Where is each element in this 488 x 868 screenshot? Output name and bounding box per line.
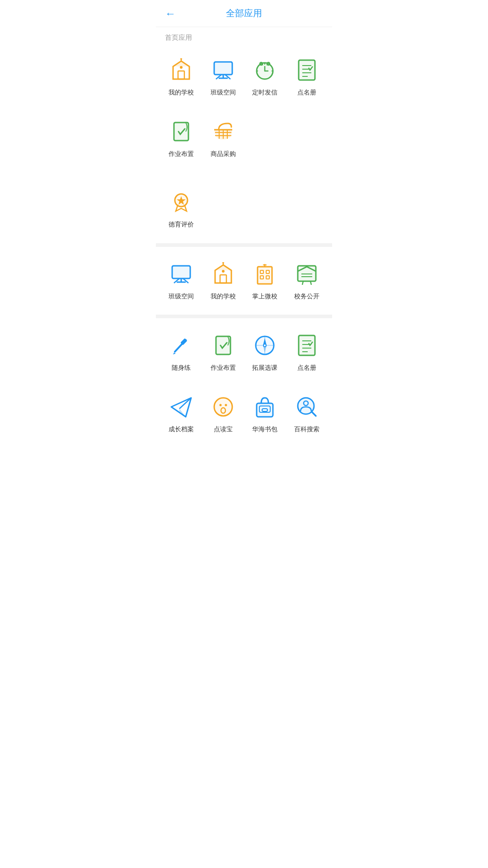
divider2 <box>156 315 332 318</box>
section1-label: 首页应用 <box>156 27 332 46</box>
header: ← 全部应用 <box>156 0 332 27</box>
app-homework-label: 作业布置 <box>169 150 194 158</box>
page-title: 全部应用 <box>226 7 262 19</box>
app-shop[interactable]: 商品采购 <box>202 112 244 161</box>
app-shop-label: 商品采购 <box>211 150 236 158</box>
app-encyclopedia-label: 百科搜索 <box>294 425 319 433</box>
app-school-affairs[interactable]: 校务公开 <box>286 254 328 304</box>
roll-call2-icon <box>293 332 320 359</box>
app-school-label: 我的学校 <box>169 88 194 96</box>
encyclopedia-icon <box>293 393 320 420</box>
app-encyclopedia[interactable]: 百科搜索 <box>286 387 328 437</box>
app-micro-school[interactable]: 掌上微校 <box>244 254 286 304</box>
moral-icon <box>168 189 195 216</box>
app-bookbag[interactable]: 华海书包 <box>244 387 286 437</box>
app-timed-send[interactable]: 定时发信 <box>244 50 286 100</box>
svg-rect-23 <box>299 60 315 80</box>
section2-grid: 德育评价 <box>156 178 332 239</box>
app-school2-label: 我的学校 <box>211 292 236 300</box>
app-moral-label: 德育评价 <box>169 220 194 228</box>
app-class-space-label: 班级空间 <box>211 88 236 96</box>
app-growth[interactable]: 成长档案 <box>160 387 202 437</box>
svg-rect-67 <box>216 336 230 354</box>
class-space2-icon <box>168 260 195 288</box>
section4-row1: 随身练 作业布置 <box>156 318 332 382</box>
svg-marker-46 <box>215 265 231 270</box>
svg-rect-29 <box>174 123 188 141</box>
timed-send-icon <box>251 57 278 84</box>
reader-icon <box>210 393 237 420</box>
svg-point-48 <box>222 270 225 273</box>
svg-line-93 <box>312 412 316 416</box>
svg-point-72 <box>263 344 266 347</box>
svg-point-85 <box>225 404 227 406</box>
section1-row2: 作业布置 商品采购 <box>156 107 332 169</box>
app-reader[interactable]: 点读宝 <box>202 387 244 437</box>
app-micro-school-label: 掌上微校 <box>252 292 277 300</box>
homework2-icon <box>210 332 237 359</box>
svg-rect-51 <box>258 267 272 284</box>
app-timed-send-label: 定时发信 <box>252 88 277 96</box>
svg-point-49 <box>222 262 224 264</box>
bookbag-icon <box>251 393 278 420</box>
app-practice[interactable]: 随身练 <box>160 326 202 375</box>
svg-line-18 <box>267 64 267 65</box>
micro-school-icon <box>251 260 278 288</box>
svg-point-84 <box>219 404 221 406</box>
svg-rect-6 <box>214 62 232 75</box>
practice-icon <box>168 332 195 359</box>
growth-icon <box>168 393 195 420</box>
app-school-affairs-label: 校务公开 <box>294 292 319 300</box>
app-roll-call2-label: 点名册 <box>297 363 316 372</box>
school2-icon <box>210 260 237 288</box>
app-class-space2[interactable]: 班级空间 <box>160 254 202 304</box>
section1-row1: 我的学校 班级空间 <box>156 46 332 107</box>
app-school[interactable]: 我的学校 <box>160 50 202 100</box>
homework-icon <box>168 118 195 145</box>
app-growth-label: 成长档案 <box>169 425 194 433</box>
app-class-space[interactable]: 班级空间 <box>202 50 244 100</box>
svg-rect-47 <box>220 275 226 283</box>
app-roll-call[interactable]: 点名册 <box>286 50 328 100</box>
svg-rect-2 <box>178 71 184 79</box>
app-class-space2-label: 班级空间 <box>169 292 194 300</box>
svg-point-4 <box>180 58 182 60</box>
app-homework[interactable]: 作业布置 <box>160 112 202 161</box>
section4-row2: 成长档案 点读宝 <box>156 382 332 444</box>
shop-icon <box>210 118 237 145</box>
app-roll-call-label: 点名册 <box>297 88 316 96</box>
class-space-icon <box>210 57 237 84</box>
app-practice-label: 随身练 <box>172 363 191 372</box>
app-elective-label: 拓展选课 <box>252 363 277 372</box>
app-roll-call2[interactable]: 点名册 <box>286 326 328 375</box>
svg-rect-40 <box>172 266 190 278</box>
elective-icon <box>251 332 278 359</box>
svg-line-17 <box>262 64 263 65</box>
app-elective[interactable]: 拓展选课 <box>244 326 286 375</box>
app-bookbag-label: 华海书包 <box>252 425 277 433</box>
svg-rect-74 <box>299 335 315 355</box>
section3-grid: 班级空间 我的学校 <box>156 247 332 311</box>
divider1 <box>156 243 332 247</box>
section2: 德育评价 <box>156 169 332 239</box>
svg-marker-1 <box>173 61 189 66</box>
app-homework2-label: 作业布置 <box>211 363 236 372</box>
app-homework2[interactable]: 作业布置 <box>202 326 244 375</box>
back-button[interactable]: ← <box>165 7 176 20</box>
svg-point-3 <box>180 66 183 69</box>
app-school2[interactable]: 我的学校 <box>202 254 244 304</box>
school-icon <box>168 57 195 84</box>
app-reader-label: 点读宝 <box>214 425 233 433</box>
roll-call-icon <box>293 57 320 84</box>
app-moral[interactable]: 德育评价 <box>160 182 202 232</box>
school-affairs-icon <box>293 260 320 288</box>
